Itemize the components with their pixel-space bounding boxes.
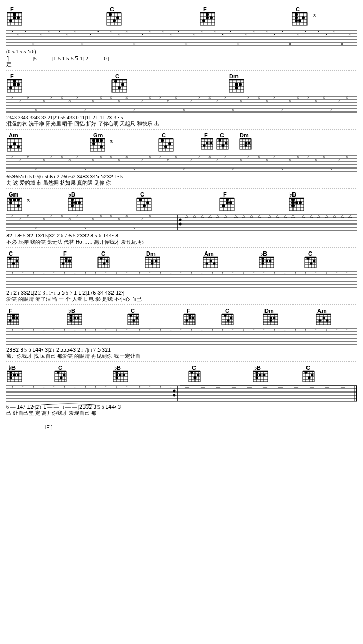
svg-text:×: ×	[84, 108, 87, 113]
svg-point-228	[161, 139, 164, 142]
svg-text:×: ×	[61, 155, 63, 159]
svg-text:×: ×	[27, 214, 30, 218]
svg-text:×: ×	[159, 155, 162, 159]
svg-point-461	[65, 257, 68, 260]
svg-text:C: C	[115, 73, 119, 79]
svg-text:↑: ↑	[221, 328, 224, 332]
svg-point-10	[17, 16, 20, 19]
svg-text:F: F	[223, 191, 227, 198]
svg-point-603	[136, 317, 138, 319]
svg-text:×: ×	[304, 29, 307, 34]
svg-point-578	[12, 314, 15, 317]
svg-text:不必 压抑  我的笑 觉无法  代替     Ho……   : 不必 压抑 我的笑 觉无法 代替 Ho…… 离开你我才 发现纪 那	[6, 239, 144, 245]
svg-text:↓: ↓	[242, 328, 244, 332]
svg-text:×: ×	[240, 99, 242, 103]
svg-text:Am: Am	[9, 132, 18, 138]
svg-text:2343 3343 3343 33 21|2 655  43: 2343 3343 3343 33 21|2 655 433 0 11|11̄ …	[6, 115, 123, 120]
svg-point-343	[74, 201, 77, 204]
svg-text:3: 3	[27, 198, 30, 203]
svg-text:—: —	[231, 385, 236, 389]
svg-text:F: F	[9, 307, 12, 314]
svg-text:×: ×	[193, 32, 196, 37]
svg-text:↑: ↑	[159, 385, 161, 389]
svg-text:△: △	[291, 214, 295, 218]
svg-point-446	[9, 257, 12, 260]
svg-point-330	[17, 198, 20, 201]
svg-point-576	[16, 317, 18, 319]
svg-text:×: ×	[110, 214, 113, 218]
svg-point-759	[263, 374, 266, 376]
svg-text:↑: ↑	[159, 328, 161, 332]
bottom-text: iE ]	[45, 425, 53, 430]
svg-text:×: ×	[341, 41, 343, 46]
svg-point-393	[179, 219, 182, 221]
svg-text:↓: ↓	[115, 385, 117, 389]
svg-text:×: ×	[338, 99, 341, 103]
svg-text:×: ×	[110, 29, 113, 34]
svg-text:×: ×	[92, 158, 94, 162]
svg-text:×: ×	[100, 155, 102, 159]
svg-text:↓: ↓	[284, 328, 286, 332]
svg-point-641	[273, 317, 276, 319]
svg-point-459	[68, 260, 71, 262]
svg-text:△: △	[208, 214, 212, 218]
svg-text:↑: ↑	[125, 328, 128, 332]
svg-text:×: ×	[190, 99, 193, 103]
svg-text:×: ×	[177, 29, 180, 34]
svg-text:↓: ↓	[284, 271, 286, 275]
svg-text:↑: ↑	[94, 328, 96, 332]
svg-text:△: △	[201, 214, 204, 218]
svg-text:×: ×	[61, 95, 63, 100]
svg-text:×: ×	[125, 214, 128, 218]
svg-point-126	[114, 80, 117, 83]
svg-point-511	[262, 257, 264, 260]
svg-text:×: ×	[68, 217, 71, 221]
svg-point-602	[130, 314, 132, 317]
svg-point-254	[222, 144, 225, 147]
svg-point-746	[197, 374, 200, 376]
svg-text:↑: ↑	[11, 328, 13, 332]
svg-text:×: ×	[315, 158, 317, 162]
svg-point-732	[119, 374, 122, 376]
svg-point-458	[65, 260, 68, 262]
svg-point-9	[13, 16, 16, 19]
svg-point-266	[248, 142, 250, 144]
svg-text:×: ×	[224, 155, 227, 159]
svg-text:↑: ↑	[346, 271, 348, 275]
svg-text:×: ×	[141, 217, 144, 221]
svg-point-202	[9, 145, 12, 148]
svg-text:×: ×	[43, 217, 45, 221]
svg-text:↑: ↑	[294, 328, 296, 332]
svg-text:×: ×	[232, 167, 234, 172]
svg-text:×: ×	[118, 99, 120, 103]
svg-text:♭B: ♭B	[9, 365, 16, 371]
svg-point-483	[151, 260, 154, 262]
svg-point-628	[230, 317, 233, 319]
svg-point-589	[74, 317, 76, 319]
sheet-container: F C F	[0, 0, 363, 644]
svg-point-614	[189, 317, 191, 319]
svg-text:×: ×	[273, 95, 276, 100]
svg-text:泪湿的衣  洗干净  阳光里    晒干  回忆      : 泪湿的衣 洗干净 阳光里 晒干 回忆 折好 了你心明 天起只 和快乐 出	[6, 121, 159, 127]
svg-text:×: ×	[317, 29, 320, 34]
svg-text:—: —	[340, 385, 345, 389]
svg-text:×: ×	[74, 29, 76, 34]
svg-text:△: △	[216, 214, 220, 218]
svg-point-215	[96, 139, 99, 142]
score-area: F C F	[6, 4, 357, 639]
svg-text:×: ×	[167, 99, 170, 103]
svg-text:↑: ↑	[63, 385, 65, 389]
svg-text:△: △	[317, 214, 321, 218]
svg-text:×: ×	[19, 99, 22, 103]
svg-point-760	[256, 376, 258, 379]
svg-text:↑: ↑	[304, 328, 306, 332]
svg-point-733	[123, 374, 125, 376]
svg-text:3: 3	[110, 139, 113, 144]
svg-text:6  —  1̄4̄7 1̄2̄•|2̄ i  1̄ —  : 6 — 1̄4̄7 1̄2̄•|2̄ i 1̄ — — | i — — |2̄3…	[6, 404, 121, 410]
svg-text:(0 5  1 5  5   5̄ 6): (0 5 1 5 5 5̄ 6)	[6, 49, 36, 55]
svg-point-113	[13, 83, 16, 86]
svg-point-460	[62, 262, 65, 265]
svg-text:△: △	[333, 214, 337, 218]
svg-text:↑: ↑	[125, 271, 128, 275]
svg-text:↑: ↑	[63, 271, 65, 275]
